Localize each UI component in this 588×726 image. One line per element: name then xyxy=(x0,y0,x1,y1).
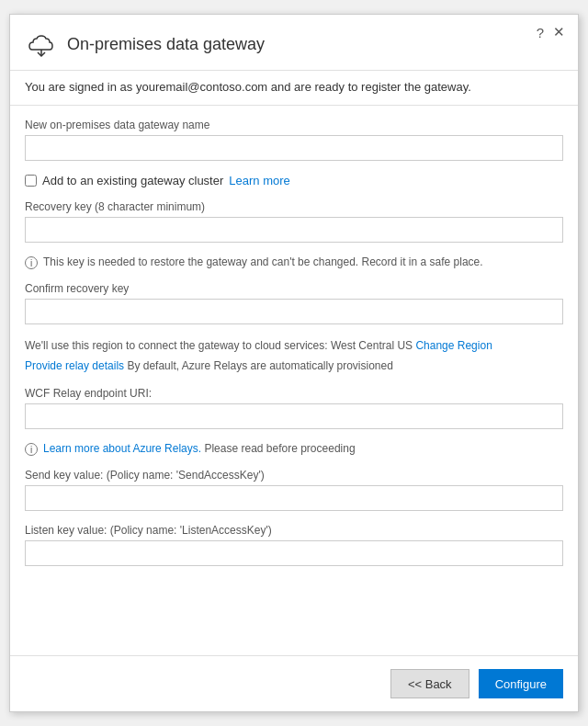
recovery-key-label: Recovery key (8 character minimum) xyxy=(25,200,563,213)
confirm-key-input[interactable] xyxy=(25,299,563,324)
title-bar: On-premises data gateway ? ✕ xyxy=(10,15,578,71)
send-key-label: Send key value: (Policy name: 'SendAcces… xyxy=(25,469,563,482)
confirm-key-group: Confirm recovery key xyxy=(25,282,563,324)
change-region-link[interactable]: Change Region xyxy=(415,339,492,352)
window-controls: ? ✕ xyxy=(537,24,565,40)
relay-row: Provide relay details By default, Azure … xyxy=(25,357,563,374)
help-button[interactable]: ? xyxy=(537,25,544,40)
recovery-key-group: Recovery key (8 character minimum) xyxy=(25,200,563,243)
gateway-name-group: New on-premises data gateway name xyxy=(25,119,563,161)
send-key-input[interactable] xyxy=(25,485,563,511)
wcf-relay-label: WCF Relay endpoint URI: xyxy=(25,387,563,400)
key-info-row: i This key is needed to restore the gate… xyxy=(25,255,563,269)
recovery-key-input[interactable] xyxy=(25,217,563,243)
back-button[interactable]: << Back xyxy=(390,669,469,698)
gateway-icon xyxy=(25,28,58,61)
confirm-key-label: Confirm recovery key xyxy=(25,282,563,295)
dialog-footer: << Back Configure xyxy=(10,655,578,711)
learn-azure-link[interactable]: Learn more about Azure Relays. xyxy=(43,442,201,455)
listen-key-group: Listen key value: (Policy name: 'ListenA… xyxy=(25,524,563,566)
cluster-checkbox-row: Add to an existing gateway cluster Learn… xyxy=(25,174,563,187)
wcf-relay-input[interactable] xyxy=(25,403,563,429)
wcf-relay-group: WCF Relay endpoint URI: xyxy=(25,387,563,429)
azure-info-text: Please read before proceeding xyxy=(204,442,355,455)
close-button[interactable]: ✕ xyxy=(553,24,565,40)
gateway-name-input[interactable] xyxy=(25,135,563,161)
provide-relay-link[interactable]: Provide relay details xyxy=(25,359,124,372)
key-info-text: This key is needed to restore the gatewa… xyxy=(43,255,483,268)
azure-info-icon: i xyxy=(25,443,38,456)
subtitle-text: You are signed in as youremail@contoso.c… xyxy=(10,71,578,106)
relay-text-content: By default, Azure Relays are automatical… xyxy=(127,359,392,372)
content-area: New on-premises data gateway name Add to… xyxy=(10,106,578,655)
azure-relay-info-row: i Learn more about Azure Relays. Please … xyxy=(25,442,563,456)
cluster-checkbox-label: Add to an existing gateway cluster xyxy=(42,174,223,187)
info-icon: i xyxy=(25,256,38,269)
region-row: We'll use this region to connect the gat… xyxy=(25,337,563,354)
region-text: We'll use this region to connect the gat… xyxy=(25,339,413,352)
gateway-name-label: New on-premises data gateway name xyxy=(25,119,563,131)
send-key-group: Send key value: (Policy name: 'SendAcces… xyxy=(25,469,563,511)
configure-button[interactable]: Configure xyxy=(479,669,563,698)
listen-key-input[interactable] xyxy=(25,540,563,566)
dialog: On-premises data gateway ? ✕ You are sig… xyxy=(9,14,579,712)
learn-more-link[interactable]: Learn more xyxy=(229,174,289,187)
cluster-checkbox[interactable] xyxy=(25,175,37,187)
listen-key-label: Listen key value: (Policy name: 'ListenA… xyxy=(25,524,563,537)
dialog-title: On-premises data gateway xyxy=(67,35,563,54)
